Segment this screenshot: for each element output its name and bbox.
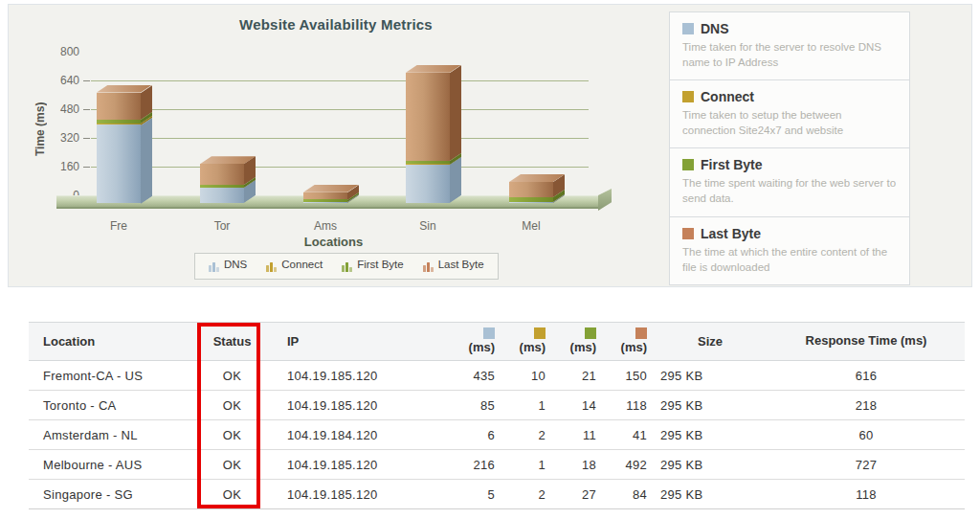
ms-unit-label: (ms) (469, 340, 495, 355)
info-card-title: DNS (682, 21, 897, 36)
segment-dns (406, 165, 450, 204)
y-tick-mark (83, 80, 90, 81)
last-byte-color-swatch (682, 228, 694, 239)
last-byte-mini-bar-icon (423, 261, 434, 272)
legend-item-label: First Byte (357, 260, 404, 271)
segment-last-byte (200, 164, 244, 185)
y-tick-label-480: 480 (41, 102, 79, 116)
table-row-amsterdam-nl: Amsterdam - NLOK104.19.184.120621141295 … (29, 420, 965, 450)
x-axis-label: Locations (49, 235, 618, 249)
cell-dns: 435 (450, 361, 501, 391)
segment-dns (200, 188, 244, 203)
response-time-header-text: Response Time (ms) (768, 333, 965, 350)
legend-item-first-byte[interactable]: First Byte (342, 260, 404, 272)
column-header-last-byte: (ms) (602, 323, 653, 361)
first-byte-mini-bar-icon (342, 261, 352, 272)
locations-table: LocationStatusIP(ms)(ms)(ms)(ms)SizeResp… (29, 322, 965, 509)
cell-status: OK (196, 480, 268, 509)
cell-status: OK (196, 361, 268, 391)
cell-size: 295 KB (653, 450, 768, 480)
metric-info-panel: DNSTime taken for the server to resolve … (669, 12, 910, 285)
info-card-title: First Byte (682, 157, 897, 172)
cell-response-time: 218 (768, 391, 965, 420)
bar-fre[interactable] (97, 85, 152, 204)
cell-first-byte: 11 (551, 420, 602, 450)
bar-tor[interactable] (200, 156, 256, 203)
x-tick-label-tor: Tor (214, 219, 231, 233)
y-tick-label-640: 640 (41, 74, 79, 87)
column-header-status: Status (196, 323, 268, 361)
cell-last-byte: 118 (602, 391, 653, 420)
info-card-title-text: DNS (701, 21, 729, 36)
chart-title: Website Availability Metrics (49, 16, 623, 33)
connect-mini-bar-icon (266, 261, 277, 272)
gridline-480 (91, 109, 589, 110)
column-header-size: Size (653, 323, 768, 361)
info-card-description: Time taken for the server to resolve DNS… (682, 39, 897, 70)
legend-item-label: Connect (281, 260, 323, 271)
legend-item-connect[interactable]: Connect (266, 260, 323, 272)
cell-connect: 1 (501, 450, 551, 480)
table-row-toronto-ca: Toronto - CAOK104.19.185.12085114118295 … (29, 391, 965, 420)
y-tick-mark (83, 167, 90, 168)
connect-color-swatch (682, 91, 694, 102)
cell-last-byte: 84 (602, 480, 653, 509)
bar-mel[interactable] (509, 174, 565, 203)
x-tick-label-ams: Ams (314, 219, 337, 233)
cell-first-byte: 18 (551, 450, 602, 480)
table-row-fremont-ca-us: Fremont-CA - USOK104.19.185.120435102115… (29, 361, 965, 391)
column-header-response-time: Response Time (ms) (768, 323, 965, 361)
segment-last-byte (509, 182, 553, 197)
info-card-last-byte: Last ByteThe time at which the entire co… (669, 216, 910, 285)
cell-dns: 216 (450, 450, 501, 480)
locations-table-section: LocationStatusIP(ms)(ms)(ms)(ms)SizeResp… (29, 322, 965, 509)
info-card-first-byte: First ByteThe time spent waiting for the… (669, 147, 910, 216)
dns-mini-bar-icon (209, 261, 219, 272)
info-card-description: The time spent waiting for the web serve… (682, 175, 897, 206)
cell-first-byte: 21 (551, 361, 602, 391)
last-byte-column-swatch (635, 327, 647, 339)
segment-dns (509, 202, 553, 203)
chart-legend: DNSConnectFirst ByteLast Byte (194, 253, 499, 280)
info-card-title-text: Connect (701, 89, 754, 104)
cell-dns: 6 (450, 420, 501, 450)
cell-last-byte: 492 (602, 450, 653, 480)
legend-item-dns[interactable]: DNS (209, 260, 247, 272)
cell-dns: 5 (450, 480, 501, 509)
cell-connect: 10 (501, 361, 551, 391)
legend-item-last-byte[interactable]: Last Byte (423, 260, 484, 272)
connect-column-swatch (534, 327, 546, 339)
segment-side-last-byte (450, 65, 461, 161)
bar-front-face (200, 164, 244, 203)
ms-unit-label: (ms) (570, 340, 596, 355)
availability-dashboard: Website Availability Metrics Time (ms) 0… (0, 0, 980, 519)
gridline-320 (91, 138, 589, 139)
ms-unit-label: (ms) (621, 340, 647, 355)
cell-ip: 104.19.185.120 (268, 480, 450, 509)
segment-last-byte (406, 73, 450, 161)
cell-ip: 104.19.185.120 (268, 391, 450, 420)
x-tick-label-fre: Fre (110, 219, 127, 233)
info-card-title: Connect (682, 89, 897, 104)
cell-connect: 2 (501, 420, 551, 450)
cell-first-byte: 27 (551, 480, 602, 509)
cell-size: 295 KB (653, 361, 768, 391)
bar-front-face (97, 93, 141, 204)
segment-dns (97, 124, 141, 203)
legend-item-label: Last Byte (438, 260, 484, 271)
bar-ams[interactable] (303, 185, 359, 203)
cell-location: Singapore - SG (29, 480, 196, 509)
info-card-title-text: First Byte (701, 157, 763, 172)
info-card-dns: DNSTime taken for the server to resolve … (669, 11, 910, 80)
cell-last-byte: 150 (602, 361, 653, 391)
bar-front-face (303, 192, 347, 203)
cell-status: OK (196, 391, 268, 420)
column-header-connect: (ms) (501, 323, 551, 361)
segment-side-dns (141, 117, 152, 203)
cell-ip: 104.19.185.120 (268, 450, 450, 480)
cell-location: Melbourne - AUS (29, 450, 196, 480)
cell-location: Fremont-CA - US (29, 361, 196, 391)
chart-floor-cap (598, 189, 612, 211)
info-card-description: Time taken to setup the between connecti… (682, 107, 897, 138)
bar-sin[interactable] (406, 65, 461, 203)
